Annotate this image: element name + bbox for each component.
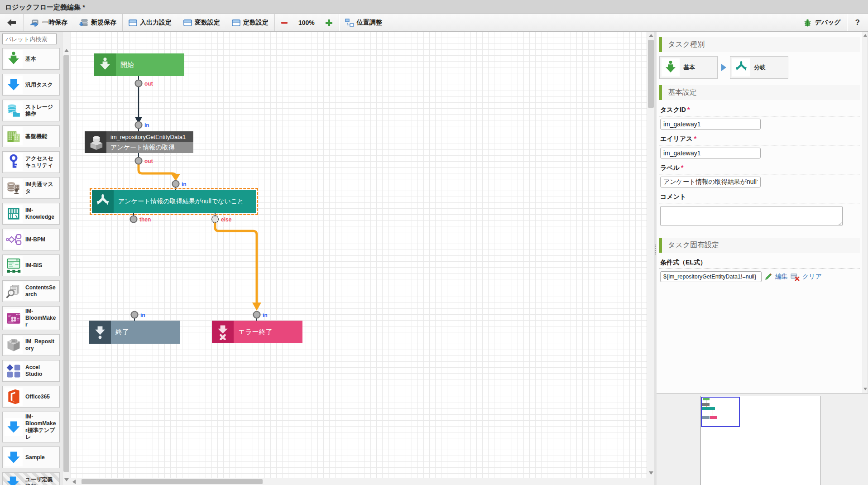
canvas-vertical-scrollbar[interactable] bbox=[647, 32, 655, 478]
palette-item-platform[interactable]: 基盤機能 bbox=[2, 125, 60, 147]
palette-search-input[interactable] bbox=[2, 34, 57, 44]
task-type-tile-basic[interactable]: 基本 bbox=[659, 56, 718, 79]
back-arrow-icon bbox=[7, 18, 16, 27]
palette-item-office365[interactable]: Office365 bbox=[2, 386, 60, 408]
scroll-down-icon[interactable] bbox=[863, 388, 867, 390]
comment-textarea[interactable] bbox=[660, 206, 843, 226]
inspector-scrollbar[interactable] bbox=[863, 32, 868, 393]
canvas-hscroll-thumb[interactable] bbox=[82, 479, 263, 484]
debug-button[interactable]: デバッグ bbox=[797, 14, 846, 32]
port-label-in: in bbox=[144, 122, 149, 129]
help-button[interactable]: ? bbox=[847, 14, 868, 32]
edge-task-gateway[interactable] bbox=[139, 164, 176, 177]
io-settings-button[interactable]: 入出力設定 bbox=[123, 14, 177, 32]
arrow-right-icon bbox=[721, 64, 726, 71]
palette-item-im-bloommaker[interactable]: IM-BloomMaker bbox=[2, 306, 60, 330]
port-start-out[interactable] bbox=[135, 80, 142, 87]
tiles-icon bbox=[5, 362, 23, 380]
task-node-id: im_repositoryGetEntityData1 bbox=[106, 131, 193, 142]
variable-settings-button[interactable]: 変数設定 bbox=[177, 14, 226, 32]
palette-item-sample[interactable]: Sample bbox=[2, 447, 60, 468]
basic-arrow-icon bbox=[662, 58, 680, 77]
palette-item-im-knowledge[interactable]: IM-Knowledge bbox=[2, 203, 60, 225]
task-id-input[interactable] bbox=[660, 119, 761, 130]
palette-item-storage[interactable]: ストレージ操作 bbox=[2, 100, 60, 121]
back-button[interactable] bbox=[0, 14, 23, 32]
node-start[interactable]: 開始 bbox=[94, 53, 184, 76]
label-input[interactable] bbox=[660, 177, 761, 187]
palette-scrollbar[interactable] bbox=[62, 32, 70, 485]
port-label-in: in bbox=[140, 312, 145, 318]
palette-item-contents-search[interactable]: ContentsSearch bbox=[2, 280, 60, 302]
scroll-up-icon[interactable] bbox=[64, 49, 69, 52]
palette-item-accel-studio[interactable]: Accel Studio bbox=[2, 360, 60, 382]
node-end[interactable]: 終了 bbox=[89, 321, 180, 344]
position-adjust-label: 位置調整 bbox=[357, 19, 382, 27]
palette-scrollbar-thumb[interactable] bbox=[63, 55, 69, 472]
green-grid-icon bbox=[5, 127, 23, 145]
scroll-down-icon[interactable] bbox=[64, 478, 69, 481]
label-label: ラベル* bbox=[659, 164, 860, 174]
bug-icon bbox=[803, 19, 812, 27]
error-end-node-icon bbox=[212, 321, 234, 343]
port-task-in[interactable] bbox=[135, 122, 142, 129]
port-end-in[interactable] bbox=[131, 312, 138, 318]
port-gateway-in[interactable] bbox=[173, 181, 179, 187]
port-task-out[interactable] bbox=[135, 158, 142, 164]
palette-item-im-bis[interactable]: IM-BIS bbox=[2, 255, 60, 276]
port-error-in[interactable] bbox=[254, 312, 260, 318]
condition-edit-link[interactable]: 編集 bbox=[775, 273, 788, 281]
node-task-repository-get-entity[interactable]: im_repositoryGetEntityData1 アンケート情報の取得 bbox=[85, 131, 193, 153]
port-gateway-then[interactable] bbox=[130, 216, 137, 223]
minimap-viewport[interactable] bbox=[701, 397, 740, 427]
position-adjust-button[interactable]: 位置調整 bbox=[339, 14, 388, 32]
section-task-type-label: タスク種別 bbox=[668, 40, 705, 49]
position-adjust-icon bbox=[345, 19, 354, 27]
constant-settings-label: 定数設定 bbox=[243, 19, 269, 27]
flow-canvas[interactable]: out in out in then else in in 開始 im_repo… bbox=[70, 32, 647, 478]
minimap[interactable] bbox=[700, 396, 820, 485]
zoom-out-button[interactable] bbox=[275, 14, 294, 32]
window-icon bbox=[183, 19, 192, 27]
palette-item-im-common-master[interactable]: IM共通マスタ bbox=[2, 177, 60, 199]
temp-save-button[interactable]: 一時保存 bbox=[24, 14, 73, 32]
green-window-icon bbox=[5, 256, 23, 274]
node-gateway-selected[interactable]: アンケート情報の取得結果がnullでないこと bbox=[92, 190, 256, 213]
zoom-in-button[interactable] bbox=[319, 14, 339, 32]
palette-item-user-defined-add[interactable]: ユーザ定義追加 bbox=[2, 472, 60, 485]
palette-item-bloommaker-template[interactable]: IM-BloomMaker標準テンプレ bbox=[2, 412, 60, 442]
required-marker: * bbox=[681, 164, 683, 171]
palette-item-generic-task[interactable]: 汎用タスク bbox=[2, 74, 60, 96]
condition-clear-link[interactable]: クリア bbox=[802, 273, 822, 281]
edge-else-error[interactable] bbox=[215, 222, 257, 303]
scroll-left-icon[interactable] bbox=[72, 480, 76, 484]
canvas-vscroll-thumb[interactable] bbox=[648, 40, 654, 108]
scroll-up-icon[interactable] bbox=[863, 34, 867, 37]
port-label-out: out bbox=[144, 158, 153, 164]
palette-item-access-security[interactable]: アクセスセキュリティ bbox=[2, 151, 60, 173]
palette-item-im-repository[interactable]: IM_Repository bbox=[2, 334, 60, 356]
section-task-specific: タスク固有設定 bbox=[659, 238, 860, 253]
bookshelf-icon bbox=[5, 205, 23, 223]
required-marker: * bbox=[687, 106, 690, 113]
canvas-horizontal-scrollbar[interactable] bbox=[70, 478, 654, 485]
comment-label: コメント bbox=[659, 193, 860, 203]
port-gateway-else[interactable] bbox=[212, 216, 219, 223]
blue-arrow-icon bbox=[5, 448, 23, 466]
scroll-up-icon[interactable] bbox=[649, 34, 653, 37]
toolbar: 一時保存 新規保存 入出力設定 変数設定 定数設定 10 bbox=[0, 14, 868, 32]
minimap-node-end bbox=[702, 416, 710, 419]
debug-label: デバッグ bbox=[815, 19, 840, 27]
palette-item-basic[interactable]: 基本 bbox=[2, 48, 60, 70]
alias-input[interactable] bbox=[660, 148, 761, 158]
constant-settings-button[interactable]: 定数設定 bbox=[226, 14, 274, 32]
scroll-down-icon[interactable] bbox=[649, 471, 653, 475]
new-save-button[interactable]: 新規保存 bbox=[73, 14, 122, 32]
section-basic-label: 基本設定 bbox=[668, 88, 697, 97]
palette-item-im-bpm[interactable]: IM-BPM bbox=[2, 229, 60, 250]
condition-input[interactable] bbox=[660, 271, 762, 282]
new-save-label: 新規保存 bbox=[91, 19, 116, 27]
node-error-end[interactable]: エラー終了 bbox=[212, 321, 302, 343]
palette-panel: 基本 汎用タスク ストレージ操作 bbox=[0, 32, 62, 485]
task-type-tile-branch[interactable]: 分岐 bbox=[730, 56, 788, 79]
